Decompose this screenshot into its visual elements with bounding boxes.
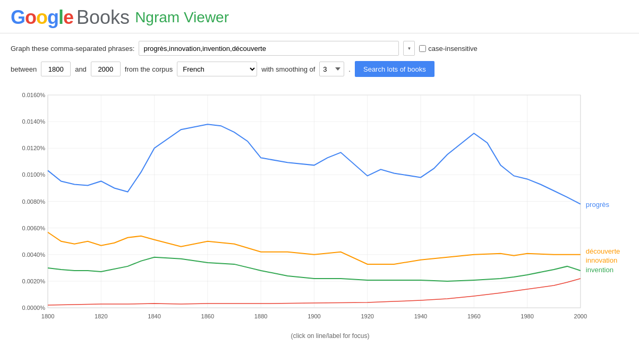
svg-text:0.0160%: 0.0160% — [22, 92, 45, 98]
svg-text:1840: 1840 — [148, 313, 161, 319]
svg-text:0.0140%: 0.0140% — [22, 118, 45, 125]
logo: Google Books Ngram Viewer — [11, 6, 628, 29]
svg-text:1900: 1900 — [308, 313, 321, 319]
svg-text:0.0060%: 0.0060% — [22, 225, 45, 231]
phrases-input[interactable] — [139, 41, 399, 56]
legend-invention[interactable]: invention — [586, 266, 614, 274]
search-button[interactable]: Search lots of books — [355, 61, 434, 77]
chart-container: 0.0160% 0.0140% 0.0120% 0.0100% 0.0080% … — [0, 90, 639, 361]
svg-text:1980: 1980 — [521, 313, 534, 319]
chart-svg: 0.0160% 0.0140% 0.0120% 0.0100% 0.0080% … — [48, 95, 612, 329]
and-label: and — [75, 65, 87, 73]
year-end-input[interactable] — [91, 62, 121, 76]
phrases-label: Graph these comma-separated phrases: — [11, 45, 134, 53]
from-corpus-label: from the corpus — [125, 65, 173, 73]
corpus-select[interactable]: French English German Spanish Russian He… — [177, 62, 257, 76]
svg-text:0.0020%: 0.0020% — [22, 278, 45, 284]
logo-ngram: Ngram Viewer — [135, 9, 229, 26]
header: Google Books Ngram Viewer — [0, 0, 639, 33]
between-label: between — [11, 65, 37, 73]
options-row: between and from the corpus French Engli… — [11, 61, 628, 77]
logo-books: Books — [76, 6, 130, 29]
svg-text:0.0120%: 0.0120% — [22, 145, 45, 151]
svg-text:1860: 1860 — [201, 313, 215, 319]
svg-text:1940: 1940 — [414, 313, 428, 319]
smoothing-select[interactable]: 0123 4567 8910 — [319, 62, 344, 76]
svg-text:0.0080%: 0.0080% — [22, 198, 45, 205]
case-insensitive-checkbox[interactable] — [419, 45, 426, 52]
chart-footer: (click on line/label for focus) — [48, 332, 612, 340]
phrases-row: Graph these comma-separated phrases: cas… — [11, 41, 628, 56]
svg-text:2000: 2000 — [574, 313, 587, 319]
svg-text:1880: 1880 — [254, 313, 268, 319]
controls-panel: Graph these comma-separated phrases: cas… — [0, 33, 639, 90]
legend-decouverte[interactable]: découverte — [586, 247, 620, 255]
legend-progres[interactable]: progrès — [586, 201, 610, 209]
year-start-input[interactable] — [41, 62, 71, 76]
svg-text:0.0000%: 0.0000% — [22, 305, 45, 311]
svg-text:0.0100%: 0.0100% — [22, 171, 45, 178]
logo-google: Google — [11, 6, 73, 29]
svg-text:1920: 1920 — [361, 313, 374, 319]
legend-innovation[interactable]: innovation — [586, 256, 617, 264]
smoothing-label: with smoothing of — [261, 65, 315, 73]
svg-text:1800: 1800 — [41, 313, 55, 319]
svg-text:1960: 1960 — [467, 313, 481, 319]
case-insensitive-label: case-insensitive — [419, 45, 478, 53]
svg-text:1820: 1820 — [95, 313, 108, 319]
period: . — [348, 65, 351, 73]
chart-area: 0.0160% 0.0140% 0.0120% 0.0100% 0.0080% … — [48, 95, 612, 340]
svg-text:0.0040%: 0.0040% — [22, 252, 45, 258]
phrases-dropdown-btn[interactable] — [403, 41, 415, 56]
